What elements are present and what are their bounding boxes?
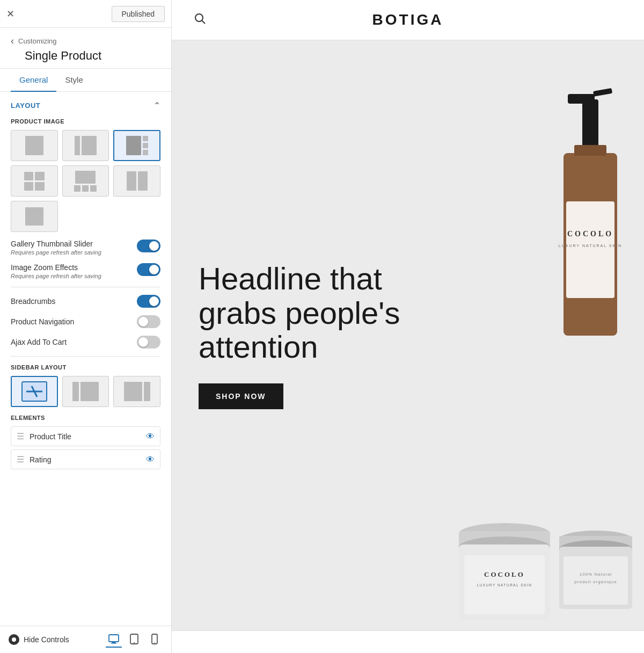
ajax-add-to-cart-toggle[interactable]: [137, 336, 160, 349]
layout-option-b[interactable]: [62, 130, 109, 161]
svg-text:LUXURY NATURAL SKIN: LUXURY NATURAL SKIN: [559, 244, 622, 248]
hero-cta-button[interactable]: SHOP NOW: [199, 383, 283, 409]
svg-rect-3: [109, 635, 119, 642]
element-name-rating: Rating: [30, 455, 141, 464]
layout-section-header[interactable]: Layout ⌃: [11, 100, 160, 111]
svg-text:100% Natural: 100% Natural: [580, 572, 612, 577]
svg-rect-13: [566, 201, 614, 298]
sidebar-option-no-sidebar[interactable]: [11, 376, 58, 407]
hero-text: Headline that grabs people's attention S…: [172, 262, 440, 409]
device-tablet-button[interactable]: [126, 632, 142, 648]
site-logo: BOTIGA: [372, 11, 444, 28]
breadcrumbs-label: Breadcrumbs: [11, 297, 55, 306]
customizing-label: Customizing: [18, 37, 57, 45]
sidebar-option-left[interactable]: [62, 376, 109, 407]
gallery-thumbnail-hint: Requires page refresh after saving: [11, 249, 101, 256]
product-jar-svg: COCOLO LUXURY NATURAL SKIN: [451, 502, 558, 630]
published-button[interactable]: Published: [112, 6, 165, 22]
svg-text:COCOLO: COCOLO: [484, 570, 525, 578]
ajax-add-to-cart-row: Ajax Add To Cart: [11, 336, 160, 349]
svg-rect-19: [593, 88, 612, 97]
svg-rect-20: [574, 145, 606, 156]
gallery-thumbnail-row: Gallery Thumbnail Slider Requires page r…: [11, 240, 160, 256]
product-navigation-row: Product Navigation: [11, 315, 160, 328]
layout-option-g[interactable]: [11, 201, 58, 232]
sidebar-layout-grid: [11, 376, 160, 407]
tab-general[interactable]: General: [11, 69, 56, 92]
right-preview: BOTIGA Headline that grabs people's atte…: [172, 0, 644, 653]
back-arrow-icon[interactable]: ‹: [11, 35, 14, 47]
image-zoom-toggle[interactable]: [137, 263, 160, 276]
left-panel: ✕ Published ‹ Customizing Single Product…: [0, 0, 172, 653]
divider-1: [11, 287, 160, 287]
sidebar-option-right[interactable]: [113, 376, 160, 407]
svg-point-10: [195, 14, 203, 21]
image-zoom-hint: Requires page refresh after saving: [11, 273, 101, 279]
hide-controls-label: Hide Controls: [24, 635, 69, 644]
eye-icon-rating[interactable]: 👁: [146, 455, 155, 465]
image-zoom-row: Image Zoom Effects Requires page refresh…: [11, 263, 160, 279]
svg-text:produit organique: produit organique: [574, 579, 617, 584]
layout-option-f[interactable]: [113, 165, 160, 197]
elements-row-rating: ☰ Rating 👁: [11, 449, 160, 469]
drag-handle-rating[interactable]: ☰: [17, 454, 24, 465]
svg-line-11: [202, 21, 206, 24]
device-mobile-button[interactable]: [147, 632, 163, 648]
svg-text:LUXURY NATURAL SKIN: LUXURY NATURAL SKIN: [477, 583, 532, 587]
layout-option-c[interactable]: [113, 130, 160, 161]
layout-option-d[interactable]: [11, 165, 58, 197]
hide-controls-dot[interactable]: [9, 634, 19, 645]
customizing-title: Single Product: [11, 49, 160, 63]
element-name-product-title: Product Title: [30, 432, 141, 441]
product-bottle-svg: COCOLO LUXURY NATURAL SKIN: [531, 46, 639, 357]
layout-section-title: Layout: [11, 101, 40, 110]
svg-rect-18: [568, 94, 595, 104]
image-layout-grid: [11, 130, 160, 232]
product-image-label: PRODUCT IMAGE: [11, 118, 160, 125]
product-navigation-toggle[interactable]: [137, 315, 160, 328]
elements-label: ELEMENTS: [11, 415, 160, 421]
elements-row-product-title: ☰ Product Title 👁: [11, 426, 160, 446]
svg-point-9: [154, 642, 155, 643]
svg-point-7: [134, 642, 135, 643]
product-jar2-svg: 100% Natural produit organique: [553, 512, 639, 620]
image-zoom-label: Image Zoom Effects: [11, 263, 101, 272]
svg-rect-5: [111, 643, 116, 644]
product-navigation-label: Product Navigation: [11, 317, 74, 326]
preview-nav: BOTIGA: [172, 0, 644, 40]
preview-hero: Headline that grabs people's attention S…: [172, 40, 644, 630]
svg-text:COCOLO: COCOLO: [567, 230, 613, 238]
hero-headline: Headline that grabs people's attention: [199, 262, 413, 364]
panel-content: Layout ⌃ PRODUCT IMAGE: [0, 92, 171, 626]
close-icon[interactable]: ✕: [6, 8, 14, 20]
drag-handle-product-title[interactable]: ☰: [17, 431, 24, 441]
device-icons: [106, 632, 163, 648]
layout-option-a[interactable]: [11, 130, 58, 161]
tab-style[interactable]: Style: [56, 69, 91, 92]
divider-2: [11, 356, 160, 357]
gallery-thumbnail-toggle[interactable]: [137, 240, 160, 252]
layout-chevron-icon: ⌃: [153, 100, 160, 111]
tabs-row: General Style: [0, 69, 171, 92]
layout-option-e[interactable]: [62, 165, 109, 197]
eye-icon-product-title[interactable]: 👁: [146, 432, 155, 441]
search-icon[interactable]: [193, 12, 206, 28]
device-desktop-button[interactable]: [106, 632, 122, 648]
sidebar-layout-label: SIDEBAR LAYOUT: [11, 364, 160, 371]
breadcrumbs-toggle[interactable]: [137, 295, 160, 308]
ajax-add-to-cart-label: Ajax Add To Cart: [11, 338, 67, 346]
preview-bottom-stripe: [172, 630, 644, 653]
bottom-bar: Hide Controls: [0, 626, 171, 653]
panel-header: ✕ Published: [0, 0, 171, 28]
customizing-header: ‹ Customizing Single Product: [0, 28, 171, 69]
gallery-thumbnail-label: Gallery Thumbnail Slider: [11, 240, 101, 248]
svg-rect-4: [112, 642, 115, 643]
breadcrumbs-row: Breadcrumbs: [11, 295, 160, 308]
